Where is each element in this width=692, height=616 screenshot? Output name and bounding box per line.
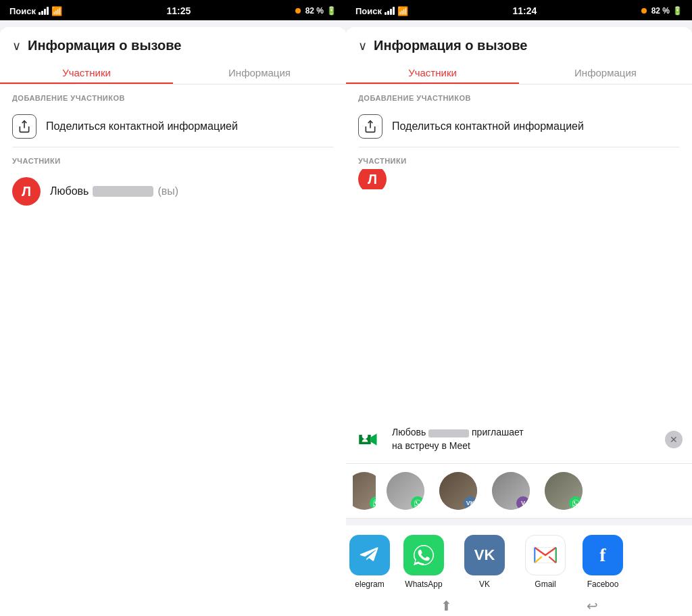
bottom-icon-right: ↩ [587, 598, 598, 614]
contact-item-3[interactable]: V [488, 472, 534, 510]
left-share-icon [12, 114, 36, 139]
left-wifi-icon: 📶 [51, 6, 62, 16]
right-share-row[interactable]: Поделиться контактной информацией [346, 106, 692, 147]
facebook-label: Faceboo [587, 579, 619, 589]
left-share-row[interactable]: Поделиться контактной информацией [0, 106, 346, 147]
right-tabs: Участники Информация [346, 60, 692, 85]
gmail-app-icon [525, 535, 566, 575]
right-participant-avatar: Л [358, 169, 387, 189]
bottom-icon-left: ⬆ [441, 598, 452, 614]
contact-avatar-partial [353, 472, 376, 510]
left-participant-avatar: Л [12, 177, 41, 206]
right-share-label: Поделиться контактной информацией [392, 120, 584, 134]
meet-banner: Любовь приглашаетна встречу в Meet ✕ [346, 416, 692, 464]
left-status-bar: Поиск 📶 11:25 82 % 🔋 [0, 0, 346, 20]
left-name-blur [93, 186, 153, 197]
contact-item-1[interactable] [382, 472, 428, 510]
left-status-left: Поиск 📶 [9, 6, 62, 16]
left-orange-dot [295, 8, 301, 14]
right-tab-info[interactable]: Информация [519, 60, 692, 84]
right-chevron-down-icon[interactable]: ∨ [358, 39, 367, 53]
app-item-whatsapp[interactable]: WhatsApp [393, 535, 454, 589]
left-share-label: Поделиться контактной информацией [46, 120, 238, 134]
share-bottom-bar: ⬆ ↩ [346, 596, 692, 616]
left-card-header: ∨ Информация о вызове [0, 27, 346, 60]
right-status-right: 82 % 🔋 [641, 6, 683, 16]
telegram-label: elegram [355, 579, 384, 589]
contact-avatar-2: VK [439, 472, 477, 510]
right-section-add-label: ДОБАВЛЕНИЕ УЧАСТНИКОВ [346, 85, 692, 106]
left-status-right: 82 % 🔋 [295, 6, 337, 16]
whatsapp-label: WhatsApp [405, 579, 442, 589]
left-battery-icon: 🔋 [326, 6, 337, 16]
contact-item-partial[interactable] [353, 472, 376, 510]
left-carrier: Поиск [9, 6, 36, 16]
app-item-facebook[interactable]: f Faceboo [576, 535, 630, 589]
contact-avatar-4 [545, 472, 583, 510]
contact-avatar-3: V [492, 472, 530, 510]
facebook-app-icon: f [583, 535, 623, 575]
left-avatar-letter: Л [22, 184, 31, 199]
left-section-participants-label: УЧАСТНИКИ [0, 147, 346, 169]
right-wifi-icon: 📶 [397, 6, 408, 16]
share-sheet: Любовь приглашаетна встречу в Meet ✕ [346, 416, 692, 616]
left-name-first: Любовь [50, 185, 89, 197]
right-card-header: ∨ Информация о вызове [346, 27, 692, 60]
left-battery-pct: 82 % [305, 6, 324, 16]
right-carrier: Поиск [355, 6, 382, 16]
right-share-icon [358, 114, 382, 139]
right-orange-dot [641, 8, 647, 14]
left-card: ∨ Информация о вызове Участники Информац… [0, 27, 346, 616]
right-tab-participants[interactable]: Участники [346, 60, 519, 84]
contact-badge-whatsapp-4 [569, 496, 583, 510]
app-item-telegram[interactable]: elegram [346, 535, 393, 589]
contact-item-2[interactable]: VK [435, 472, 481, 510]
left-tab-participants[interactable]: Участники [0, 60, 173, 84]
gmail-label: Gmail [535, 579, 555, 589]
left-page-title: Информация о вызове [28, 38, 181, 53]
contact-badge-viber-1: V [516, 496, 530, 510]
contacts-strip: VK V [346, 464, 692, 519]
left-participant-name: Любовь (вы) [50, 185, 178, 197]
right-signal [385, 7, 395, 15]
left-tab-info[interactable]: Информация [173, 60, 346, 84]
left-tabs: Участники Информация [0, 60, 346, 85]
right-phone-panel: Поиск 📶 11:24 82 % 🔋 ∨ Информация о вызо… [346, 0, 692, 616]
right-section-participants-label: УЧАСТНИКИ [346, 147, 692, 169]
right-page-title: Информация о вызове [374, 38, 527, 53]
app-item-gmail[interactable]: Gmail [515, 535, 576, 589]
meet-name: Любовь [392, 427, 469, 437]
left-phone-panel: Поиск 📶 11:25 82 % 🔋 ∨ Информация о вызо… [0, 0, 346, 616]
right-time: 11:24 [512, 5, 537, 16]
left-you-label: (вы) [157, 185, 178, 197]
gray-spacer [346, 519, 692, 525]
left-chevron-down-icon[interactable]: ∨ [12, 39, 21, 53]
right-battery-icon: 🔋 [672, 6, 683, 16]
right-battery-pct: 82 % [651, 6, 670, 16]
svg-point-3 [362, 433, 368, 439]
right-status-bar: Поиск 📶 11:24 82 % 🔋 [346, 0, 692, 20]
left-section-add-label: ДОБАВЛЕНИЕ УЧАСТНИКОВ [0, 85, 346, 106]
vk-label: VK [479, 579, 490, 589]
right-status-left: Поиск 📶 [355, 6, 408, 16]
left-participant-row: Л Любовь (вы) [0, 169, 346, 214]
vk-app-icon: VK [464, 535, 505, 575]
right-avatar-letter: Л [368, 172, 377, 187]
meet-close-button[interactable]: ✕ [665, 431, 683, 448]
app-icons-row: elegram WhatsApp VK VK [346, 525, 692, 596]
contact-avatar-1 [387, 472, 424, 510]
left-time: 11:25 [166, 5, 191, 16]
app-item-vk[interactable]: VK VK [454, 535, 515, 589]
left-signal [39, 7, 49, 15]
contact-item-4[interactable] [541, 472, 587, 510]
whatsapp-app-icon [403, 535, 444, 575]
contact-badge-vk-1: VK [464, 496, 477, 510]
meet-banner-text: Любовь приглашаетна встречу в Meet [392, 426, 657, 452]
telegram-app-icon [349, 535, 390, 575]
contact-badge-whatsapp-1 [411, 496, 424, 510]
right-participant-row: Л [346, 169, 692, 189]
google-meet-logo-icon [355, 425, 384, 454]
